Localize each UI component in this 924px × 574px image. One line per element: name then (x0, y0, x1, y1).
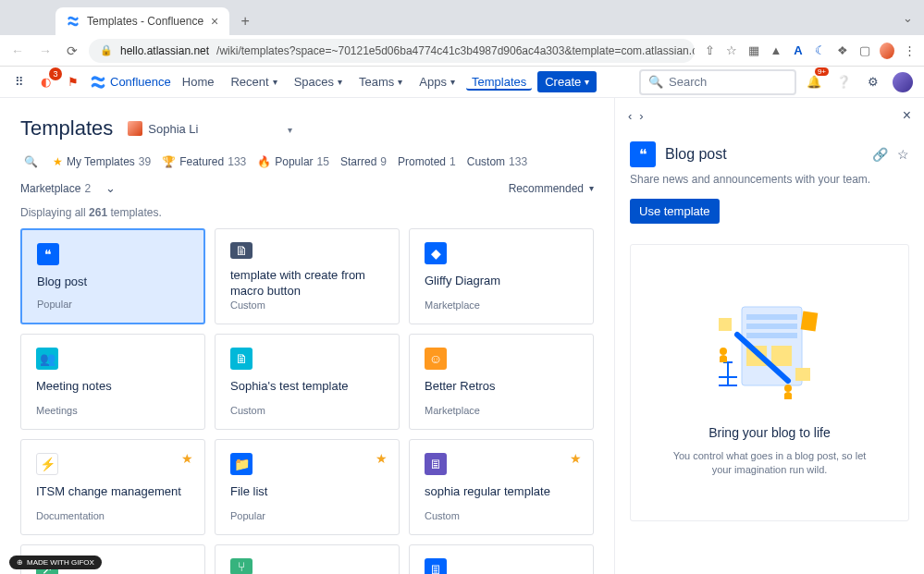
chrome-menu-icon[interactable]: ⋮ (902, 43, 917, 58)
browser-reload-icon[interactable]: ⟳ (63, 43, 81, 58)
ext-2-icon[interactable]: ▲ (769, 43, 783, 58)
help-icon[interactable]: ❔ (832, 70, 856, 94)
template-type-icon: ❝ (630, 141, 656, 167)
space-name: Sophia Li (148, 122, 198, 136)
url-path: /wiki/templates?space=~70121e5d06ba4774c… (216, 44, 695, 57)
star-icon[interactable]: ★ (181, 451, 193, 466)
search-input[interactable]: 🔍 Search (639, 69, 796, 95)
use-template-button[interactable]: Use template (630, 199, 720, 224)
chrome-overflow-icon[interactable]: ⌄ (903, 11, 913, 25)
confluence-mark-icon (90, 74, 106, 91)
card-category: Popular (230, 510, 384, 521)
org-icon[interactable]: ◐3 (35, 73, 56, 91)
template-card[interactable]: 👥Meeting notesMeetings (20, 334, 205, 430)
card-category: Marketplace (425, 405, 578, 416)
puzzle-icon[interactable]: ❖ (835, 43, 850, 58)
browser-chrome: Templates - Confluence × + ⌄ (0, 0, 924, 35)
filter-search-icon[interactable]: 🔍 (20, 153, 42, 170)
panel-prev-icon[interactable]: ‹ (628, 109, 632, 123)
template-card[interactable]: ⚡★ITSM change managementDocumentation (20, 439, 205, 535)
card-type-icon: ⚡ (36, 453, 58, 475)
filter-my-templates[interactable]: ★My Templates 39 (53, 155, 151, 168)
ext-3-icon[interactable]: ▢ (857, 43, 872, 58)
filter-starred[interactable]: Starred 9 (340, 155, 387, 168)
nav-apps[interactable]: Apps ▾ (413, 73, 461, 91)
template-card[interactable]: ⑂DACI: Decision documentationPopular (215, 544, 400, 574)
sort-dropdown[interactable]: Recommended ▾ (509, 182, 594, 195)
copy-link-icon[interactable]: 🔗 (872, 147, 888, 162)
template-preview-panel: ‹ › × ❝ Blog post 🔗 ☆ Share news and ann… (614, 98, 924, 574)
template-card[interactable]: ☺Better RetrosMarketplace (409, 334, 594, 430)
star-icon[interactable]: ☆ (897, 147, 909, 162)
moon-icon[interactable]: ☾ (813, 43, 828, 58)
tab-close-icon[interactable]: × (211, 14, 218, 29)
browser-back-icon[interactable]: ← (7, 43, 28, 58)
filter-popular[interactable]: 🔥Popular 15 (257, 155, 329, 168)
results-count: Displaying all 261 templates. (20, 206, 162, 219)
template-card[interactable]: 🗏★sophia regular templateCustom (409, 439, 594, 535)
card-category: Documentation (36, 510, 190, 521)
card-title: Blog post (37, 275, 189, 290)
profile-ext-icon[interactable] (880, 43, 894, 58)
card-category: Marketplace (425, 299, 578, 311)
notifications-icon[interactable]: 🔔9+ (802, 70, 826, 94)
templates-grid: ❝Blog postPopular🗎template with create f… (20, 228, 594, 574)
filter-promoted[interactable]: Promoted 1 (398, 155, 456, 168)
ext-1-icon[interactable]: ▦ (746, 43, 761, 58)
card-title: Meeting notes (36, 379, 190, 395)
share-icon[interactable]: ⇧ (702, 43, 717, 58)
filter-custom[interactable]: Custom 133 (467, 155, 527, 168)
template-card[interactable]: ◆Gliffy DiagramMarketplace (409, 228, 594, 324)
panel-close-icon[interactable]: × (903, 107, 911, 124)
confluence-favicon-icon (67, 15, 80, 28)
nav-teams[interactable]: Teams ▾ (353, 73, 408, 91)
nav-recent[interactable]: Recent ▾ (225, 73, 282, 91)
url-field[interactable]: 🔒 hello.atlassian.net/wiki/templates?spa… (89, 39, 695, 63)
card-type-icon: ❝ (37, 243, 59, 265)
card-title: ITSM change management (36, 484, 190, 500)
card-type-icon: ⑂ (230, 558, 253, 574)
card-type-icon: 📁 (230, 453, 253, 475)
space-picker[interactable]: Sophia Li (122, 119, 297, 138)
card-title: Sophia's test template (230, 379, 384, 395)
card-title: sophia regular template (425, 484, 578, 500)
nav-home[interactable]: Home (177, 73, 220, 91)
star-icon[interactable]: ★ (376, 451, 388, 466)
card-title: template with create from macro button (230, 268, 384, 299)
filter-marketplace[interactable]: Marketplace 2 (20, 182, 91, 195)
flag-icon[interactable]: ⚑ (62, 73, 84, 91)
panel-next-icon[interactable]: › (639, 109, 643, 123)
star-icon[interactable]: ★ (570, 451, 582, 466)
panel-description: Share news and announcements with your t… (630, 173, 909, 186)
template-card[interactable]: ❝Blog postPopular (20, 228, 205, 324)
settings-gear-icon[interactable]: ⚙ (861, 70, 885, 94)
card-title: Gliffy Diagram (425, 274, 578, 289)
template-card[interactable]: 🗎template with create from macro buttonC… (215, 228, 400, 324)
svg-rect-1 (746, 314, 797, 320)
panel-title: Blog post (665, 146, 727, 163)
url-domain: hello.atlassian.net (120, 44, 209, 57)
card-type-icon: 👥 (36, 348, 58, 370)
card-title: Better Retros (425, 379, 578, 395)
atlassian-icon[interactable]: A (791, 43, 806, 58)
star-outline-icon[interactable]: ☆ (724, 43, 739, 58)
svg-rect-2 (746, 324, 797, 329)
template-card[interactable]: 🗎Sophia's test templateCustom (215, 334, 400, 430)
nav-templates[interactable]: Templates (466, 73, 532, 91)
browser-forward-icon[interactable]: → (35, 43, 55, 58)
browser-tab[interactable]: Templates - Confluence × (55, 7, 229, 35)
template-preview: Bring your blog to life You control what… (630, 244, 909, 521)
page-title: Templates (20, 116, 113, 140)
template-card[interactable]: 🗏opsgenie incident templateCustom (409, 544, 594, 574)
filter-featured[interactable]: 🏆Featured 133 (162, 155, 246, 168)
confluence-logo[interactable]: Confluence (90, 74, 171, 91)
card-type-icon: ◆ (425, 242, 447, 264)
template-card[interactable]: 📁★File listPopular (215, 439, 400, 535)
profile-avatar[interactable] (891, 70, 915, 94)
new-tab-button[interactable]: + (233, 9, 257, 33)
filter-more-icon[interactable]: ⌄ (102, 181, 119, 195)
apps-switcher-icon[interactable]: ⠿ (9, 73, 30, 91)
svg-rect-6 (795, 368, 810, 381)
create-button[interactable]: Create ▾ (537, 71, 597, 92)
nav-spaces[interactable]: Spaces ▾ (289, 73, 348, 91)
